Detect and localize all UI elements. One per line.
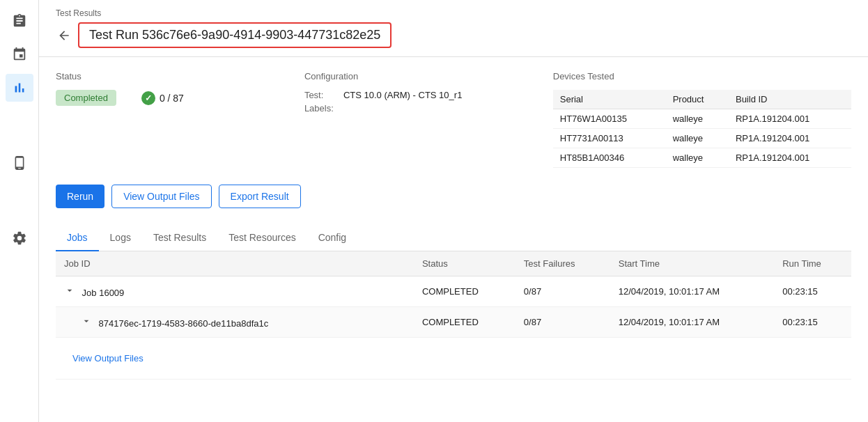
sidebar-item-settings[interactable] bbox=[6, 224, 33, 252]
device-build: RP1A.191204.001 bbox=[729, 109, 851, 129]
config-test-label: Test: bbox=[304, 90, 339, 100]
col-failures: Test Failures bbox=[516, 251, 610, 276]
device-product: walleye bbox=[666, 129, 729, 148]
tab-config[interactable]: Config bbox=[307, 225, 357, 251]
device-serial: HT76W1A00135 bbox=[553, 109, 666, 129]
job-run-time-cell: 00:23:15 bbox=[774, 276, 851, 307]
sidebar-item-reports[interactable] bbox=[6, 74, 33, 102]
sidebar-item-tasks[interactable] bbox=[6, 7, 33, 35]
back-button[interactable] bbox=[56, 27, 72, 44]
sidebar-item-calendar[interactable] bbox=[6, 40, 33, 68]
device-serial: HT85B1A00346 bbox=[553, 148, 666, 168]
view-output-button[interactable]: View Output Files bbox=[111, 185, 211, 208]
devices-title: Devices Tested bbox=[553, 71, 851, 81]
job-start-time-cell: 12/04/2019, 10:01:17 AM bbox=[610, 276, 774, 307]
col-job-id: Job ID bbox=[56, 251, 414, 276]
device-row: HT85B1A00346 walleye RP1A.191204.001 bbox=[553, 148, 851, 168]
device-build: RP1A.191204.001 bbox=[729, 129, 851, 148]
device-row: HT76W1A00135 walleye RP1A.191204.001 bbox=[553, 109, 851, 129]
expand-icon[interactable] bbox=[64, 285, 75, 296]
subjob-id-cell: 874176ec-1719-4583-8660-de11ba8dfa1c bbox=[56, 307, 414, 338]
view-output-files-link[interactable]: View Output Files bbox=[64, 346, 152, 370]
header: Test Results Test Run 536c76e6-9a90-4914… bbox=[39, 0, 868, 57]
device-build: RP1A.191204.001 bbox=[729, 148, 851, 168]
device-row: HT7731A00113 walleye RP1A.191204.001 bbox=[553, 129, 851, 148]
export-result-button[interactable]: Export Result bbox=[219, 185, 301, 208]
sidebar bbox=[0, 0, 39, 422]
tab-test-results[interactable]: Test Results bbox=[142, 225, 217, 251]
devices-col-build: Build ID bbox=[729, 90, 851, 109]
subjob-failures-cell: 0/87 bbox=[516, 307, 610, 338]
action-buttons: Rerun View Output Files Export Result bbox=[56, 185, 851, 208]
subjob-start-time-cell: 12/04/2019, 10:01:17 AM bbox=[610, 307, 774, 338]
pass-icon: ✓ bbox=[141, 91, 155, 105]
config-test-value: CTS 10.0 (ARM) - CTS 10_r1 bbox=[343, 90, 463, 100]
job-row: Job 16009 COMPLETED 0/87 12/04/2019, 10:… bbox=[56, 276, 851, 307]
pass-indicator: ✓ 0 / 87 bbox=[141, 91, 184, 105]
col-start-time: Start Time bbox=[610, 251, 774, 276]
subjob-status-cell: COMPLETED bbox=[414, 307, 516, 338]
col-status: Status bbox=[414, 251, 516, 276]
content-area: Status Completed ✓ 0 / 87 Configuration … bbox=[39, 57, 868, 422]
sidebar-item-devices[interactable] bbox=[6, 149, 33, 177]
job-failures-cell: 0/87 bbox=[516, 276, 610, 307]
config-block: Configuration Test: CTS 10.0 (ARM) - CTS… bbox=[304, 71, 553, 168]
device-product: walleye bbox=[666, 109, 729, 129]
col-run-time: Run Time bbox=[774, 251, 851, 276]
tab-test-resources[interactable]: Test Resources bbox=[217, 225, 307, 251]
config-test-row: Test: CTS 10.0 (ARM) - CTS 10_r1 bbox=[304, 90, 553, 100]
pass-count: 0 / 87 bbox=[160, 93, 184, 104]
info-section: Status Completed ✓ 0 / 87 Configuration … bbox=[56, 71, 851, 168]
config-title: Configuration bbox=[304, 71, 553, 81]
status-badge: Completed bbox=[56, 90, 116, 106]
job-status-cell: COMPLETED bbox=[414, 276, 516, 307]
config-labels-label: Labels: bbox=[304, 103, 339, 114]
status-title: Status bbox=[56, 71, 304, 81]
devices-col-product: Product bbox=[666, 90, 729, 109]
devices-col-serial: Serial bbox=[553, 90, 666, 109]
title-row: Test Run 536c76e6-9a90-4914-9903-447731c… bbox=[56, 22, 851, 48]
devices-block: Devices Tested Serial Product Build ID H… bbox=[553, 71, 851, 168]
tabs: JobsLogsTest ResultsTest ResourcesConfig bbox=[56, 225, 851, 251]
view-output-row: View Output Files bbox=[56, 338, 851, 380]
expand-icon[interactable] bbox=[81, 315, 92, 327]
device-serial: HT7731A00113 bbox=[553, 129, 666, 148]
config-labels-row: Labels: bbox=[304, 103, 553, 114]
devices-table: Serial Product Build ID HT76W1A00135 wal… bbox=[553, 90, 851, 168]
subjob-run-time-cell: 00:23:15 bbox=[774, 307, 851, 338]
status-block: Status Completed ✓ 0 / 87 bbox=[56, 71, 304, 168]
job-sub-row: 874176ec-1719-4583-8660-de11ba8dfa1c COM… bbox=[56, 307, 851, 338]
tab-jobs[interactable]: Jobs bbox=[56, 225, 99, 251]
tab-logs[interactable]: Logs bbox=[99, 225, 142, 251]
breadcrumb: Test Results bbox=[56, 8, 851, 18]
job-id-cell: Job 16009 bbox=[56, 276, 414, 307]
jobs-table: Job ID Status Test Failures Start Time R… bbox=[56, 251, 851, 380]
rerun-button[interactable]: Rerun bbox=[56, 185, 104, 208]
device-product: walleye bbox=[666, 148, 729, 168]
main-content: Test Results Test Run 536c76e6-9a90-4914… bbox=[39, 0, 868, 422]
test-run-title: Test Run 536c76e6-9a90-4914-9903-447731c… bbox=[78, 22, 392, 48]
